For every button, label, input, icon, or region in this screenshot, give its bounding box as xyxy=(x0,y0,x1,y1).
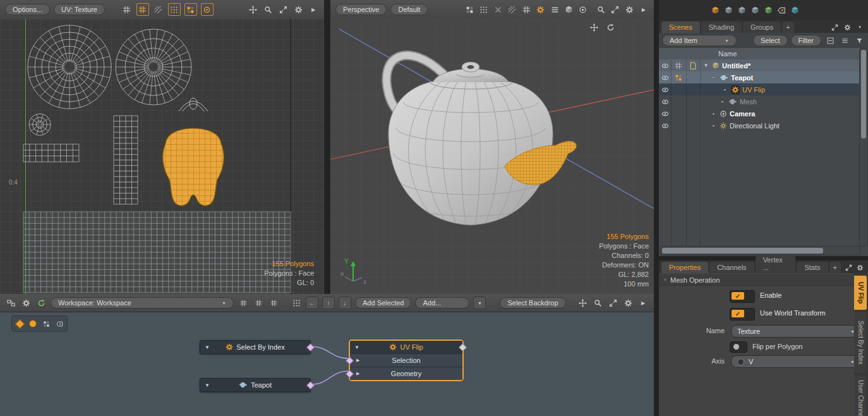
add-item-dropdown[interactable]: Add Item ▼ xyxy=(662,35,737,46)
port-expand-icon[interactable]: ▶ xyxy=(356,358,359,363)
cubes-stack-icon[interactable] xyxy=(736,4,747,16)
mini-grid-icon[interactable] xyxy=(521,4,531,15)
tab-shading[interactable]: Shading xyxy=(701,21,742,33)
wrench-icon[interactable] xyxy=(535,4,545,15)
node-select-by-index[interactable]: ▼ Select By Index xyxy=(200,340,311,354)
item-row-uv-flip[interactable]: • UV Flip xyxy=(659,83,860,95)
node-teapot[interactable]: ▼ Teapot xyxy=(200,378,311,392)
vertical-scrollbar[interactable] xyxy=(859,48,868,247)
use-world-transform-checkbox[interactable]: ✓ xyxy=(730,308,755,321)
scrollbar-thumb[interactable] xyxy=(662,248,823,254)
item-row-directional-light[interactable]: • Directional Light xyxy=(659,119,860,132)
collapse-all-icon[interactable] xyxy=(824,35,836,46)
viewport-settings-gear-icon[interactable] xyxy=(292,4,304,15)
tab-vertex[interactable]: Vertex ... xyxy=(756,254,796,273)
maximize-icon[interactable] xyxy=(843,262,854,273)
grid-icon[interactable] xyxy=(121,4,133,15)
hatch-icon[interactable] xyxy=(507,4,517,15)
tab-stats[interactable]: Stats xyxy=(797,262,828,273)
section-collapse-icon[interactable]: ▿ xyxy=(664,277,666,283)
maximize-icon[interactable] xyxy=(610,4,620,15)
schematic-panel: Workspace: Workspace ▼ ← ↑ ↓ Add Selecte… xyxy=(0,294,654,416)
select-button[interactable]: Select xyxy=(753,35,788,46)
viewport-settings-gear-icon[interactable] xyxy=(624,4,634,15)
visibility-eye-icon[interactable] xyxy=(659,62,671,70)
list-view-icon[interactable] xyxy=(839,35,850,46)
collapse-icon[interactable]: ▼ xyxy=(354,345,359,350)
tab-properties[interactable]: Properties xyxy=(661,262,708,273)
port-expand-icon[interactable]: ▶ xyxy=(356,371,359,376)
pan-move-icon[interactable] xyxy=(247,4,258,15)
maximize-icon[interactable] xyxy=(829,21,840,33)
collapse-icon[interactable]: ▼ xyxy=(205,382,210,388)
filter-button[interactable]: Filter xyxy=(791,35,821,46)
cube-eraser-icon[interactable] xyxy=(776,4,787,16)
orange-target-icon[interactable] xyxy=(201,3,214,16)
view-type-dropdown[interactable]: Perspective xyxy=(335,4,387,15)
viewport-menu-icon[interactable]: ▶ xyxy=(308,4,319,15)
visibility-eye-icon[interactable] xyxy=(659,86,671,94)
visibility-eye-icon[interactable] xyxy=(659,98,671,106)
options-button[interactable]: Options... xyxy=(5,4,50,15)
teal-cube-icon[interactable] xyxy=(789,4,800,16)
item-row-camera[interactable]: • Camera xyxy=(659,107,860,119)
maximize-icon[interactable] xyxy=(277,4,289,15)
dot-grid-icon[interactable] xyxy=(479,4,489,15)
cube-orange-swirl-icon[interactable] xyxy=(709,4,721,16)
zoom-magnifier-icon[interactable] xyxy=(262,4,274,15)
node-header[interactable]: ▼ UV Flip xyxy=(350,341,462,353)
expand-icon[interactable]: ▼ xyxy=(702,63,709,68)
side-tab-uv-flip[interactable]: UV Flip xyxy=(854,276,867,310)
name-column-header[interactable]: Name xyxy=(659,50,737,58)
collapse-icon[interactable]: ▼ xyxy=(205,345,210,350)
chevron-down-icon: ▼ xyxy=(845,360,855,364)
collapse-icon[interactable]: − xyxy=(710,75,717,80)
shading-style-dropdown[interactable]: Default xyxy=(390,4,428,15)
viewport-menu-icon[interactable]: ▶ xyxy=(639,4,649,15)
item-row-teapot[interactable]: − Teapot xyxy=(659,71,860,83)
hatch-icon[interactable] xyxy=(153,4,164,15)
panel-gear-icon[interactable] xyxy=(855,262,865,273)
node-port-selection[interactable]: ▶ Selection xyxy=(350,353,462,367)
bag-icon[interactable] xyxy=(564,4,574,15)
tab-channels[interactable]: Channels xyxy=(709,262,754,273)
render-checker-icon xyxy=(671,74,686,82)
node-port-geometry[interactable]: ▶ Geometry xyxy=(350,367,462,380)
close-x-icon[interactable] xyxy=(493,4,503,15)
orange-dots-icon[interactable] xyxy=(168,3,181,16)
ruler-icon[interactable] xyxy=(550,4,560,15)
cubes-pair-icon[interactable] xyxy=(723,4,734,16)
item-row-mesh[interactable]: • Mesh xyxy=(659,95,860,107)
visibility-eye-icon[interactable] xyxy=(659,122,671,130)
name-dropdown[interactable]: Texture ▼ xyxy=(731,325,861,338)
axis-dropdown[interactable]: V ▼ xyxy=(731,355,861,368)
scrollbar-thumb[interactable] xyxy=(861,50,866,138)
filter-funnel-icon[interactable] xyxy=(853,35,865,46)
orange-checker-icon[interactable] xyxy=(184,3,197,16)
visibility-eye-icon[interactable] xyxy=(659,110,671,118)
side-tab-user-channels[interactable]: User Channels xyxy=(854,376,867,416)
side-tab-select-by-index[interactable]: Select By Index xyxy=(854,312,867,373)
orange-grid-icon[interactable] xyxy=(136,3,149,16)
cube-plus-icon[interactable] xyxy=(763,4,774,16)
node-uv-flip[interactable]: ▼ UV Flip ▶ Selection ▶ Geometry xyxy=(349,340,464,381)
uv-mode-dropdown[interactable]: UV: Texture xyxy=(54,4,105,15)
flip-per-polygon-toggle[interactable] xyxy=(730,341,747,353)
camera-lock-icon[interactable] xyxy=(578,4,588,15)
visibility-eye-icon[interactable] xyxy=(659,74,671,82)
section-header[interactable]: ▿ Mesh Operation xyxy=(659,274,854,286)
uv-canvas[interactable]: 0.4 155 Polygons Polygons : Face GL: 0 xyxy=(0,19,324,294)
cube-group-icon[interactable] xyxy=(749,4,761,16)
checker-icon[interactable] xyxy=(464,4,474,15)
zoom-magnifier-icon[interactable] xyxy=(596,4,606,15)
viewport-3d-canvas[interactable]: Y X Z 155 Polygons Polygons : Face Chann… xyxy=(330,19,654,294)
panel-gear-icon[interactable] xyxy=(841,21,853,33)
tab-scenes[interactable]: Scenes xyxy=(661,21,700,33)
tab-groups[interactable]: Groups xyxy=(743,21,781,33)
tab-add-button[interactable]: + xyxy=(829,262,841,273)
enable-checkbox[interactable]: ✓ xyxy=(730,290,755,303)
tab-add-button[interactable]: + xyxy=(782,21,793,33)
item-list[interactable]: ▼ Untitled* − Teapot xyxy=(659,59,860,247)
panel-menu-icon[interactable]: ▾ xyxy=(854,21,865,33)
item-row-untitled[interactable]: ▼ Untitled* xyxy=(659,59,860,71)
